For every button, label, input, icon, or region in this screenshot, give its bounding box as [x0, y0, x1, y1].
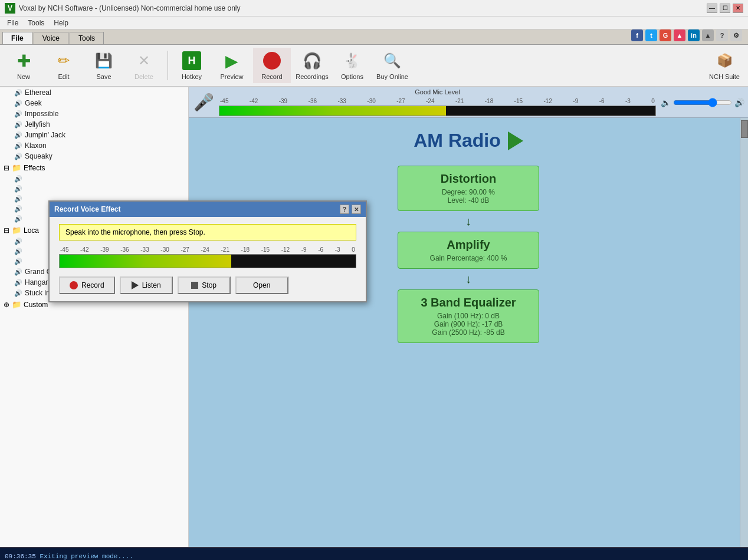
- minus-icon-2: ⊟: [4, 226, 9, 235]
- dialog-open-button[interactable]: Open: [235, 276, 288, 294]
- scrollbar-thumb[interactable]: [741, 120, 748, 138]
- twitter-icon[interactable]: t: [645, 29, 657, 41]
- menu-help[interactable]: Help: [49, 18, 73, 28]
- save-label: Save: [96, 73, 111, 80]
- speaker-icon-4: 🔊: [14, 121, 22, 129]
- dialog-title-text: Record Voice Effect: [54, 205, 120, 213]
- speaker-icon-7: 🔊: [14, 153, 22, 160]
- arrow-icon[interactable]: ▲: [702, 29, 714, 41]
- record-dot-icon: [70, 281, 78, 289]
- record-button[interactable]: Record: [253, 48, 291, 83]
- recordings-button[interactable]: 🎧 Recordings: [293, 48, 331, 83]
- listen-btn-label: Listen: [142, 281, 161, 289]
- edit-button[interactable]: ✏ Edit: [45, 48, 83, 83]
- sidebar-item-squeaky[interactable]: 🔊 Squeaky: [0, 151, 188, 162]
- speaker-icon-18: 🔊: [14, 289, 22, 297]
- sidebar: 🔊 Ethereal 🔊 Geek 🔊 Impossible 🔊 Jellyfi…: [0, 87, 189, 547]
- menu-file[interactable]: File: [2, 18, 23, 28]
- settings-icon[interactable]: ⚙: [730, 29, 742, 41]
- level-bar: [219, 106, 656, 116]
- dialog-buttons: Record Listen Stop Open: [59, 276, 356, 294]
- dialog-record-button[interactable]: Record: [59, 276, 115, 294]
- title-bar: V Voxal by NCH Software - (Unlicensed) N…: [0, 0, 748, 17]
- arrow-1: ↓: [465, 215, 471, 228]
- nch-suite-button[interactable]: 📦 NCH Suite: [706, 48, 743, 83]
- new-icon: ✚: [17, 51, 31, 71]
- effect-title: AM Radio: [414, 130, 523, 151]
- sidebar-item-jellyfish[interactable]: 🔊 Jellyfish: [0, 119, 188, 130]
- new-button[interactable]: ✚ New: [5, 48, 42, 83]
- custom-label: Custom: [24, 301, 48, 309]
- preview-button[interactable]: ▶ Preview: [213, 48, 251, 83]
- speaker-icon-11: 🔊: [14, 205, 22, 213]
- tab-file[interactable]: File: [2, 32, 32, 44]
- sidebar-group-effects[interactable]: ⊟ 📁 Effects: [0, 162, 188, 174]
- speaker-icon-6: 🔊: [14, 142, 22, 150]
- speaker-icon-5: 🔊: [14, 131, 22, 139]
- record-icon: [263, 52, 281, 70]
- stop-sq-icon: [191, 282, 198, 289]
- sidebar-effect-1[interactable]: 🔊: [0, 174, 188, 184]
- sidebar-item-impossible[interactable]: 🔊 Impossible: [0, 108, 188, 119]
- speaker-icon-12: 🔊: [14, 215, 22, 223]
- buy-online-button[interactable]: 🔍 Buy Online: [373, 48, 411, 83]
- log-line-1: 09:36:35 Exiting preview mode....: [5, 552, 743, 560]
- amplify-name: Amplify: [412, 238, 524, 252]
- effect-play-button[interactable]: [508, 131, 523, 150]
- save-button[interactable]: 💾 Save: [85, 48, 123, 83]
- window-title: Voxal by NCH Software - (Unlicensed) Non…: [19, 4, 240, 12]
- speaker-icon-3: 🔊: [14, 110, 22, 118]
- sidebar-item-geek[interactable]: 🔊 Geek: [0, 98, 188, 108]
- google-icon[interactable]: G: [660, 29, 671, 41]
- menu-tools[interactable]: Tools: [23, 18, 49, 28]
- speaker-icon-14: 🔊: [14, 248, 22, 255]
- effect-box-amplify[interactable]: Amplify Gain Percentage: 400 %: [398, 232, 539, 269]
- recordings-label: Recordings: [296, 73, 329, 80]
- options-button[interactable]: 🐇 Options: [333, 48, 371, 83]
- main-layout: 🔊 Ethereal 🔊 Geek 🔊 Impossible 🔊 Jellyfi…: [0, 87, 748, 547]
- distortion-name: Distortion: [412, 172, 524, 186]
- maximize-button[interactable]: ☐: [720, 4, 730, 13]
- hotkey-button[interactable]: H Hotkey: [173, 48, 211, 83]
- folder-icon-3: 📁: [12, 300, 21, 309]
- tab-voice[interactable]: Voice: [34, 32, 68, 44]
- dialog-instruction: Speak into the microphone, then press St…: [59, 224, 356, 241]
- record-label: Record: [261, 73, 282, 80]
- sidebar-hangar-label: Hangar: [25, 278, 48, 286]
- linkedin-icon[interactable]: in: [688, 29, 700, 41]
- sidebar-jumpinjack-label: Jumpin' Jack: [25, 131, 65, 139]
- preview-icon: ▶: [225, 51, 238, 71]
- sidebar-item-label: Ethereal: [25, 88, 51, 97]
- instagram-icon[interactable]: ▲: [674, 29, 685, 41]
- speaker-icon-8: 🔊: [14, 175, 22, 183]
- sidebar-item-ethereal[interactable]: 🔊 Ethereal: [0, 87, 188, 98]
- folder-icon: 📁: [12, 163, 21, 172]
- effect-box-distortion[interactable]: Distortion Degree: 90.00 %Level: -40 dB: [398, 166, 539, 211]
- dialog-help-button[interactable]: ?: [340, 205, 349, 214]
- hotkey-icon: H: [182, 51, 201, 70]
- dialog-close-button[interactable]: ✕: [352, 205, 361, 214]
- speaker-icon-15: 🔊: [14, 258, 22, 265]
- app-icon: V: [5, 3, 15, 14]
- good-mic-label: Good Mic Level: [219, 88, 656, 95]
- help-icon[interactable]: ?: [716, 29, 728, 41]
- minimize-button[interactable]: —: [707, 4, 717, 13]
- facebook-icon[interactable]: f: [631, 29, 643, 41]
- sidebar-item-klaxon[interactable]: 🔊 Klaxon: [0, 140, 188, 151]
- delete-button[interactable]: ✕ Delete: [125, 48, 163, 83]
- dialog-listen-button[interactable]: Listen: [120, 276, 173, 294]
- volume-high-icon: 🔊: [734, 98, 744, 107]
- volume-slider[interactable]: [673, 98, 732, 107]
- dialog-body: Speak into the microphone, then press St…: [50, 217, 366, 301]
- right-scrollbar[interactable]: [740, 118, 748, 547]
- effect-box-equalizer[interactable]: 3 Band Equalizer Gain (100 Hz): 0 dBGain…: [398, 289, 539, 343]
- tab-tools[interactable]: Tools: [70, 32, 104, 44]
- close-button[interactable]: ✕: [733, 4, 743, 13]
- sidebar-effect-2[interactable]: 🔊: [0, 184, 188, 194]
- sidebar-item-jumpinjack[interactable]: 🔊 Jumpin' Jack: [0, 130, 188, 140]
- record-btn-label: Record: [81, 281, 104, 289]
- dialog-stop-button[interactable]: Stop: [178, 276, 231, 294]
- separator-1: [168, 51, 168, 80]
- options-icon: 🐇: [343, 52, 361, 69]
- buy-icon: 🔍: [383, 52, 401, 69]
